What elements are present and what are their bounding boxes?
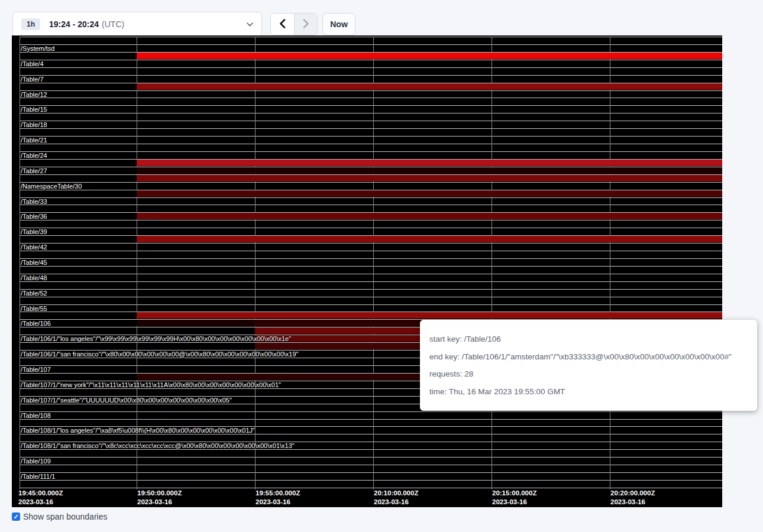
tick-time: 20:15:00.000Z [492, 489, 536, 498]
grid-hline [20, 457, 722, 458]
grid-hline [20, 90, 722, 91]
grid-hline [20, 151, 722, 152]
range-text: 19:24 - 20:24 [49, 20, 99, 29]
time-axis-tick: 19:45:00.000Z2023-03-16 [18, 489, 63, 507]
row-label: /Table/107 [21, 366, 51, 373]
grid-hline [20, 182, 722, 183]
grid-hline [20, 449, 722, 450]
grid-hline [20, 121, 722, 121]
time-axis-tick: 19:55:00.000Z2023-03-16 [256, 489, 300, 507]
grid-vline [137, 37, 137, 489]
next-range-button[interactable] [294, 14, 317, 35]
row-label: /Table/33 [21, 199, 47, 205]
grid-hline [20, 419, 722, 420]
row-label: /Table/52 [21, 290, 47, 297]
tooltip-line: requests: 28 [429, 368, 748, 379]
time-range-select[interactable]: 1h 19:24 - 20:24 (UTC) [12, 12, 262, 37]
tick-time: 20:10:00.000Z [374, 489, 418, 498]
hover-tooltip: start key: /Table/106end key: /Table/106… [420, 320, 757, 411]
grid-hline [20, 220, 722, 220]
grid-vline [373, 37, 374, 489]
grid-hline [20, 136, 722, 137]
heat-band [137, 320, 255, 326]
row-label: /Table/106/1/"los angeles"/"\x99\x99\x99… [21, 336, 291, 342]
tick-time: 19:45:00.000Z [18, 489, 63, 498]
heat-band [137, 190, 722, 197]
tooltip-line: time: Thu, 16 Mar 2023 19:55:00 GMT [429, 386, 748, 397]
grid-vline [20, 37, 20, 489]
tick-time: 20:20:00.000Z [610, 489, 655, 498]
grid-hline [20, 144, 722, 144]
show-span-boundaries-control[interactable]: ✓ Show span boundaries [12, 512, 107, 521]
row-label: /Table/39 [21, 229, 47, 235]
range-duration-badge: 1h [21, 18, 40, 30]
grid-hline [20, 105, 722, 106]
chevron-right-icon [303, 19, 309, 30]
row-label: /System/tsd [21, 46, 54, 52]
grid-hline [20, 281, 722, 282]
row-label: /Table/106 [21, 320, 51, 327]
row-label: /Table/7 [21, 76, 44, 83]
time-axis-tick: 20:15:00.000Z2023-03-16 [492, 489, 536, 507]
tooltip-line: end key: /Table/106/1/"amsterdam"/"\xb33… [429, 351, 748, 362]
grid-hline [20, 243, 722, 244]
heat-band [137, 236, 722, 242]
grid-hline [20, 67, 722, 68]
grid-hline [20, 205, 722, 205]
row-label: /Table/18 [21, 122, 47, 128]
time-axis-tick: 20:10:00.000Z2023-03-16 [374, 489, 418, 507]
show-span-boundaries-label: Show span boundaries [23, 512, 107, 521]
row-label: /Table/55 [21, 306, 47, 312]
grid-hline [20, 197, 722, 198]
time-axis-tick: 19:50:00.000Z2023-03-16 [137, 489, 182, 507]
grid-hline [20, 113, 722, 113]
key-visualizer-page: 1h 19:24 - 20:24 (UTC) Now /System/tsd/T… [0, 0, 763, 532]
heat-band [137, 160, 722, 166]
heat-band [137, 53, 722, 59]
grid-hline [20, 128, 722, 129]
row-label: /Table/107/1/"new york"/"\x11\x11\x11\x1… [21, 382, 281, 388]
grid-hline [20, 258, 722, 259]
tick-date: 2023-03-16 [610, 498, 655, 507]
grid-vline [610, 37, 610, 489]
tick-time: 19:50:00.000Z [137, 489, 182, 498]
grid-hline [20, 75, 722, 76]
tick-date: 2023-03-16 [374, 498, 418, 507]
key-visualizer-heatmap[interactable]: /System/tsd/Table/4/Table/7/Table/12/Tab… [12, 35, 722, 507]
grid-hline [20, 480, 722, 481]
grid-hline [20, 60, 722, 60]
prev-range-button[interactable] [271, 14, 294, 35]
row-label: /Table/111/1 [21, 473, 55, 480]
tick-time: 19:55:00.000Z [256, 489, 300, 498]
tick-date: 2023-03-16 [137, 498, 182, 507]
grid-hline [20, 488, 722, 488]
range-timezone: (UTC) [102, 20, 124, 29]
grid-hline [20, 266, 722, 267]
time-axis-tick: 20:20:00.000Z2023-03-16 [610, 489, 655, 507]
row-label: /Table/42 [21, 244, 47, 251]
heat-band [137, 175, 722, 181]
row-label: /Table/48 [21, 275, 47, 281]
grid-hline [20, 465, 722, 465]
heat-band [137, 213, 722, 219]
row-label: /Table/108/1/"san francisco"/"\x8c\xcc\x… [21, 443, 295, 449]
row-label: /Table/27 [21, 168, 47, 174]
grid-vline [255, 37, 256, 489]
heat-band [137, 312, 722, 319]
grid-vline [492, 37, 492, 489]
now-button[interactable]: Now [322, 13, 355, 35]
heat-band [137, 83, 722, 90]
grid-hline [20, 297, 722, 297]
tooltip-line: start key: /Table/106 [429, 333, 748, 345]
grid-hline [20, 98, 722, 98]
row-label: /Table/21 [21, 137, 47, 144]
grid-hline [20, 472, 722, 473]
row-label: /Table/36 [21, 213, 47, 220]
grid-hline [20, 289, 722, 290]
grid-hline [20, 304, 722, 305]
row-label: /Table/108 [21, 413, 51, 419]
chevron-down-icon [247, 22, 253, 27]
tick-date: 2023-03-16 [492, 498, 536, 507]
show-span-boundaries-checkbox[interactable]: ✓ [12, 512, 20, 521]
row-label: /Table/12 [21, 92, 47, 98]
